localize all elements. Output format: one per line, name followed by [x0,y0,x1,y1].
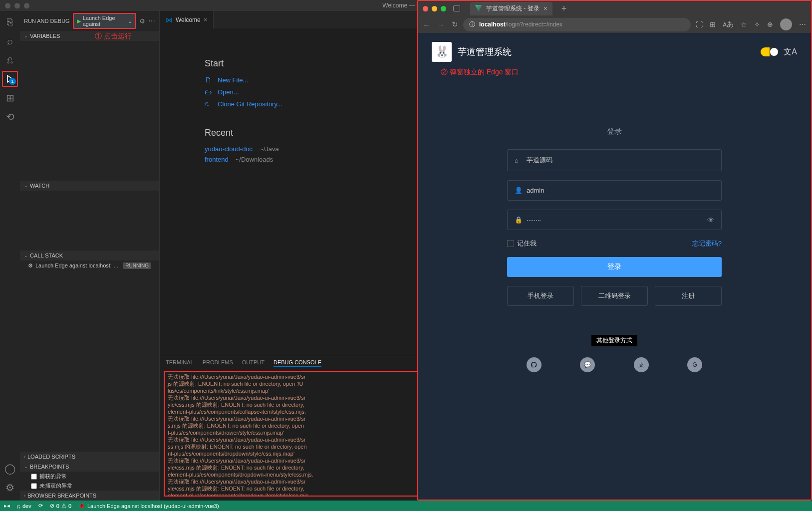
app-title: 芋道管理系统 [458,46,512,58]
annotation-1: ① 点击运行 [95,32,132,41]
login-button[interactable]: 登录 [507,257,722,277]
callstack-item[interactable]: ⚙Launch Edge against localhost: 芋... RUN… [20,260,159,271]
activity-bar: ⎘ ⌕ ⎌ 1 ⊞ ⟲ ◯ ⚙ [0,11,20,501]
forgot-password-link[interactable]: 忘记密码? [692,239,722,248]
tab-overview-icon[interactable] [453,5,460,11]
password-input[interactable]: 🔒········👁 [507,210,722,230]
more-icon[interactable]: ⋯ [148,17,155,25]
search-icon[interactable]: ⌕ [2,33,18,49]
fit-icon[interactable]: ⛶ [696,20,703,28]
running-status: RUNNING [123,262,151,269]
theme-toggle[interactable] [761,47,779,56]
favorite-icon[interactable]: ☆ [741,20,747,28]
chevron-right-icon: › [24,454,25,459]
back-icon[interactable]: ← [423,20,430,29]
launch-config-label: Launch Edge against [83,15,126,27]
variables-section[interactable]: ⌄VARIABLES [20,31,159,41]
language-icon[interactable]: 文A [784,47,797,57]
run-debug-title: RUN AND DEBUG [24,18,70,24]
traffic-lights[interactable] [423,6,446,11]
terminal-tab[interactable]: TERMINAL [166,359,194,367]
chevron-down-icon: ⌄ [24,253,28,258]
sync-icon[interactable]: ⟳ [38,503,43,509]
welcome-tab[interactable]: ⋈ Welcome × [160,11,214,28]
reload-icon[interactable]: ↻ [452,20,458,29]
breakpoint-checkbox[interactable] [31,474,37,480]
breakpoint-item[interactable]: 捕获的异常 [20,472,159,481]
debug-badge: 1 [9,78,16,85]
home-icon: ⌂ [515,157,522,164]
vscode-icon: ⋈ [166,16,173,24]
annotation-2: ② 弹窗独立的 Edge 窗口 [441,68,519,77]
new-tab-icon[interactable]: + [561,3,567,14]
forward-icon[interactable]: → [437,20,445,29]
ai-icon[interactable]: ⟲ [2,109,18,125]
chevron-down-icon: ⌄ [24,183,28,188]
register-button[interactable]: 注册 [655,286,722,306]
user-icon: 👤 [515,187,522,194]
open-folder-icon: 🗁 [205,88,213,96]
launch-config-dropdown[interactable]: ▶ Launch Edge against ⌄ [73,13,136,29]
run-debug-sidebar: RUN AND DEBUG ▶ Launch Edge against ⌄ ⚙ … [20,11,160,501]
wechat-icon[interactable]: 💬 [580,357,595,372]
reader-icon[interactable]: ⊞ [710,20,716,28]
explorer-icon[interactable]: ⎘ [2,14,18,30]
source-control-icon[interactable]: ⎌ [2,52,18,68]
run-debug-icon[interactable]: 1 [2,71,18,87]
info-icon[interactable]: ⓘ [469,20,475,29]
profile-avatar[interactable] [780,18,792,30]
chevron-down-icon: ⌄ [24,464,28,469]
translate-icon[interactable]: ᴀあ [723,20,734,29]
browser-breakpoints-section[interactable]: ›BROWSER BREAKPOINTS [20,491,159,501]
output-tab[interactable]: OUTPUT [242,359,265,367]
vue-favicon-icon [475,5,482,12]
lock-icon: 🔒 [515,216,522,224]
alipay-icon[interactable]: 支 [634,357,649,372]
close-tab-icon[interactable]: × [204,16,208,23]
tenant-input[interactable]: ⌂芋道源码 [507,149,722,171]
extensions-icon[interactable]: ⊞ [2,90,18,106]
collections-icon[interactable]: ✧ [754,20,760,28]
chevron-right-icon: › [24,493,25,498]
problems-tab[interactable]: PROBLEMS [203,359,233,367]
login-page: 🐰 芋道管理系统 文A ② 弹窗独立的 Edge 窗口 登录 ⌂芋道源码 👤ad… [418,33,811,500]
other-login-label: 其他登录方式 [591,335,637,346]
problems-status[interactable]: ⊘ 0 ⚠ 0 [50,503,71,509]
status-bar: ▸◂ ⎌ dev ⟳ ⊘ 0 ⚠ 0 🐞 Launch Edge against… [0,501,812,511]
loaded-scripts-section[interactable]: ›LOADED SCRIPTS [20,452,159,462]
git-branch-icon: ⎌ [205,100,213,108]
breakpoints-section[interactable]: ⌄BREAKPOINTS [20,462,159,472]
phone-login-button[interactable]: 手机登录 [507,286,574,306]
debug-status[interactable]: 🐞 Launch Edge against localhost (yudao-u… [78,503,219,509]
new-file-icon: 🗋 [205,76,213,84]
address-bar[interactable]: ⓘ localhost/login?redirect=/index [463,18,691,31]
qrcode-login-button[interactable]: 二维码登录 [581,286,648,306]
app-logo: 🐰 [432,42,452,62]
eye-icon[interactable]: 👁 [707,216,714,224]
username-input[interactable]: 👤admin [507,180,722,201]
play-icon[interactable]: ▶ [77,18,81,24]
chevron-down-icon: ⌄ [128,18,132,24]
callstack-section[interactable]: ⌄CALL STACK [20,251,159,260]
breakpoint-item[interactable]: 未捕获的异常 [20,481,159,491]
settings-gear-icon[interactable]: ⚙ [2,480,18,496]
breakpoint-checkbox[interactable] [31,483,37,489]
bug-icon: ⚙ [28,262,33,269]
login-tab-label: 登录 [507,127,722,136]
browser-tab[interactable]: 芋道管理系统 - 登录 × [470,2,552,15]
configure-gear-icon[interactable]: ⚙ [139,17,145,25]
edge-browser-window: 芋道管理系统 - 登录 × + ← → ↻ ⓘ localhost/login?… [417,0,812,501]
downloads-icon[interactable]: ⊕ [767,20,773,28]
browser-tab-title: 芋道管理系统 - 登录 [486,4,540,13]
github-icon[interactable] [527,357,541,372]
traffic-lights[interactable] [5,3,29,8]
git-branch[interactable]: ⎌ dev [17,503,31,509]
account-icon[interactable]: ◯ [2,461,18,477]
remote-icon[interactable]: ▸◂ [4,503,10,509]
watch-section[interactable]: ⌄WATCH [20,181,159,191]
remember-checkbox[interactable]: 记住我 [507,239,537,248]
more-icon[interactable]: ⋯ [799,20,806,28]
gitee-icon[interactable]: G [687,357,702,372]
close-tab-icon[interactable]: × [543,4,547,12]
debug-console-tab[interactable]: DEBUG CONSOLE [273,359,321,367]
